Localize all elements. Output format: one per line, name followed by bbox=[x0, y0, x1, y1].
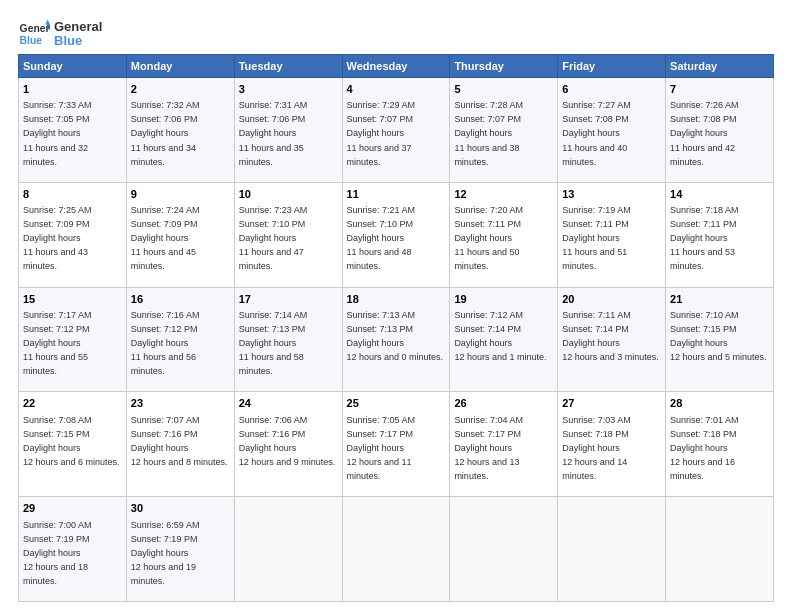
calendar-cell: 12 Sunrise: 7:20 AMSunset: 7:11 PMDaylig… bbox=[450, 182, 558, 287]
day-info: Sunrise: 7:19 AMSunset: 7:11 PMDaylight … bbox=[562, 205, 631, 271]
day-info: Sunrise: 7:13 AMSunset: 7:13 PMDaylight … bbox=[347, 310, 444, 362]
calendar-cell: 18 Sunrise: 7:13 AMSunset: 7:13 PMDaylig… bbox=[342, 287, 450, 392]
calendar-cell: 8 Sunrise: 7:25 AMSunset: 7:09 PMDayligh… bbox=[19, 182, 127, 287]
day-info: Sunrise: 7:08 AMSunset: 7:15 PMDaylight … bbox=[23, 415, 120, 467]
col-header-tuesday: Tuesday bbox=[234, 55, 342, 78]
col-header-friday: Friday bbox=[558, 55, 666, 78]
day-number: 8 bbox=[23, 187, 122, 202]
calendar-cell bbox=[234, 497, 342, 602]
day-info: Sunrise: 7:26 AMSunset: 7:08 PMDaylight … bbox=[670, 100, 739, 166]
day-number: 1 bbox=[23, 82, 122, 97]
calendar-cell: 29 Sunrise: 7:00 AMSunset: 7:19 PMDaylig… bbox=[19, 497, 127, 602]
col-header-saturday: Saturday bbox=[666, 55, 774, 78]
calendar-cell: 16 Sunrise: 7:16 AMSunset: 7:12 PMDaylig… bbox=[126, 287, 234, 392]
day-info: Sunrise: 7:14 AMSunset: 7:13 PMDaylight … bbox=[239, 310, 308, 376]
day-info: Sunrise: 7:12 AMSunset: 7:14 PMDaylight … bbox=[454, 310, 546, 362]
day-info: Sunrise: 7:24 AMSunset: 7:09 PMDaylight … bbox=[131, 205, 200, 271]
day-info: Sunrise: 7:00 AMSunset: 7:19 PMDaylight … bbox=[23, 520, 92, 586]
day-info: Sunrise: 7:06 AMSunset: 7:16 PMDaylight … bbox=[239, 415, 336, 467]
calendar-week-row: 22 Sunrise: 7:08 AMSunset: 7:15 PMDaylig… bbox=[19, 392, 774, 497]
logo-blue: Blue bbox=[54, 34, 102, 48]
calendar-cell: 3 Sunrise: 7:31 AMSunset: 7:06 PMDayligh… bbox=[234, 78, 342, 183]
day-number: 15 bbox=[23, 292, 122, 307]
logo-general: General bbox=[54, 20, 102, 34]
day-info: Sunrise: 7:03 AMSunset: 7:18 PMDaylight … bbox=[562, 415, 631, 481]
calendar-week-row: 8 Sunrise: 7:25 AMSunset: 7:09 PMDayligh… bbox=[19, 182, 774, 287]
svg-marker-2 bbox=[45, 20, 50, 25]
calendar-header-row: SundayMondayTuesdayWednesdayThursdayFrid… bbox=[19, 55, 774, 78]
day-info: Sunrise: 7:18 AMSunset: 7:11 PMDaylight … bbox=[670, 205, 739, 271]
calendar-cell: 19 Sunrise: 7:12 AMSunset: 7:14 PMDaylig… bbox=[450, 287, 558, 392]
day-info: Sunrise: 7:28 AMSunset: 7:07 PMDaylight … bbox=[454, 100, 523, 166]
day-number: 10 bbox=[239, 187, 338, 202]
svg-text:General: General bbox=[20, 23, 50, 34]
calendar-cell: 25 Sunrise: 7:05 AMSunset: 7:17 PMDaylig… bbox=[342, 392, 450, 497]
col-header-sunday: Sunday bbox=[19, 55, 127, 78]
calendar-cell: 7 Sunrise: 7:26 AMSunset: 7:08 PMDayligh… bbox=[666, 78, 774, 183]
day-info: Sunrise: 7:27 AMSunset: 7:08 PMDaylight … bbox=[562, 100, 631, 166]
day-number: 29 bbox=[23, 501, 122, 516]
calendar-cell: 5 Sunrise: 7:28 AMSunset: 7:07 PMDayligh… bbox=[450, 78, 558, 183]
calendar-cell: 17 Sunrise: 7:14 AMSunset: 7:13 PMDaylig… bbox=[234, 287, 342, 392]
logo-icon: General Blue bbox=[18, 18, 50, 50]
calendar-cell: 11 Sunrise: 7:21 AMSunset: 7:10 PMDaylig… bbox=[342, 182, 450, 287]
logo: General Blue General Blue bbox=[18, 18, 102, 50]
day-number: 17 bbox=[239, 292, 338, 307]
svg-marker-3 bbox=[47, 24, 50, 29]
day-number: 30 bbox=[131, 501, 230, 516]
day-info: Sunrise: 7:05 AMSunset: 7:17 PMDaylight … bbox=[347, 415, 416, 481]
calendar-cell: 27 Sunrise: 7:03 AMSunset: 7:18 PMDaylig… bbox=[558, 392, 666, 497]
page: General Blue General Blue SundayMondayTu… bbox=[0, 0, 792, 612]
calendar-cell: 23 Sunrise: 7:07 AMSunset: 7:16 PMDaylig… bbox=[126, 392, 234, 497]
calendar-cell bbox=[666, 497, 774, 602]
calendar-cell: 21 Sunrise: 7:10 AMSunset: 7:15 PMDaylig… bbox=[666, 287, 774, 392]
day-info: Sunrise: 7:11 AMSunset: 7:14 PMDaylight … bbox=[562, 310, 659, 362]
header: General Blue General Blue bbox=[18, 18, 774, 50]
day-info: Sunrise: 7:10 AMSunset: 7:15 PMDaylight … bbox=[670, 310, 767, 362]
day-info: Sunrise: 7:17 AMSunset: 7:12 PMDaylight … bbox=[23, 310, 92, 376]
day-number: 9 bbox=[131, 187, 230, 202]
day-number: 6 bbox=[562, 82, 661, 97]
day-number: 19 bbox=[454, 292, 553, 307]
day-number: 18 bbox=[347, 292, 446, 307]
calendar-cell: 4 Sunrise: 7:29 AMSunset: 7:07 PMDayligh… bbox=[342, 78, 450, 183]
calendar-table: SundayMondayTuesdayWednesdayThursdayFrid… bbox=[18, 54, 774, 602]
calendar-cell: 10 Sunrise: 7:23 AMSunset: 7:10 PMDaylig… bbox=[234, 182, 342, 287]
calendar-cell: 13 Sunrise: 7:19 AMSunset: 7:11 PMDaylig… bbox=[558, 182, 666, 287]
day-info: Sunrise: 7:29 AMSunset: 7:07 PMDaylight … bbox=[347, 100, 416, 166]
day-number: 13 bbox=[562, 187, 661, 202]
calendar-cell: 9 Sunrise: 7:24 AMSunset: 7:09 PMDayligh… bbox=[126, 182, 234, 287]
day-number: 26 bbox=[454, 396, 553, 411]
calendar-cell bbox=[342, 497, 450, 602]
calendar-cell: 26 Sunrise: 7:04 AMSunset: 7:17 PMDaylig… bbox=[450, 392, 558, 497]
day-number: 21 bbox=[670, 292, 769, 307]
day-number: 28 bbox=[670, 396, 769, 411]
calendar-cell bbox=[558, 497, 666, 602]
calendar-cell: 24 Sunrise: 7:06 AMSunset: 7:16 PMDaylig… bbox=[234, 392, 342, 497]
day-number: 23 bbox=[131, 396, 230, 411]
calendar-cell: 20 Sunrise: 7:11 AMSunset: 7:14 PMDaylig… bbox=[558, 287, 666, 392]
day-number: 11 bbox=[347, 187, 446, 202]
day-number: 7 bbox=[670, 82, 769, 97]
calendar-cell: 6 Sunrise: 7:27 AMSunset: 7:08 PMDayligh… bbox=[558, 78, 666, 183]
calendar-week-row: 1 Sunrise: 7:33 AMSunset: 7:05 PMDayligh… bbox=[19, 78, 774, 183]
day-number: 24 bbox=[239, 396, 338, 411]
day-info: Sunrise: 7:32 AMSunset: 7:06 PMDaylight … bbox=[131, 100, 200, 166]
day-info: Sunrise: 7:23 AMSunset: 7:10 PMDaylight … bbox=[239, 205, 308, 271]
day-info: Sunrise: 7:20 AMSunset: 7:11 PMDaylight … bbox=[454, 205, 523, 271]
day-info: Sunrise: 7:04 AMSunset: 7:17 PMDaylight … bbox=[454, 415, 523, 481]
day-number: 27 bbox=[562, 396, 661, 411]
day-number: 2 bbox=[131, 82, 230, 97]
calendar-cell: 28 Sunrise: 7:01 AMSunset: 7:18 PMDaylig… bbox=[666, 392, 774, 497]
day-info: Sunrise: 7:31 AMSunset: 7:06 PMDaylight … bbox=[239, 100, 308, 166]
calendar-cell: 2 Sunrise: 7:32 AMSunset: 7:06 PMDayligh… bbox=[126, 78, 234, 183]
day-info: Sunrise: 7:01 AMSunset: 7:18 PMDaylight … bbox=[670, 415, 739, 481]
calendar-week-row: 15 Sunrise: 7:17 AMSunset: 7:12 PMDaylig… bbox=[19, 287, 774, 392]
day-info: Sunrise: 6:59 AMSunset: 7:19 PMDaylight … bbox=[131, 520, 200, 586]
day-number: 25 bbox=[347, 396, 446, 411]
day-info: Sunrise: 7:25 AMSunset: 7:09 PMDaylight … bbox=[23, 205, 92, 271]
day-number: 4 bbox=[347, 82, 446, 97]
day-number: 3 bbox=[239, 82, 338, 97]
calendar-cell: 30 Sunrise: 6:59 AMSunset: 7:19 PMDaylig… bbox=[126, 497, 234, 602]
day-info: Sunrise: 7:21 AMSunset: 7:10 PMDaylight … bbox=[347, 205, 416, 271]
